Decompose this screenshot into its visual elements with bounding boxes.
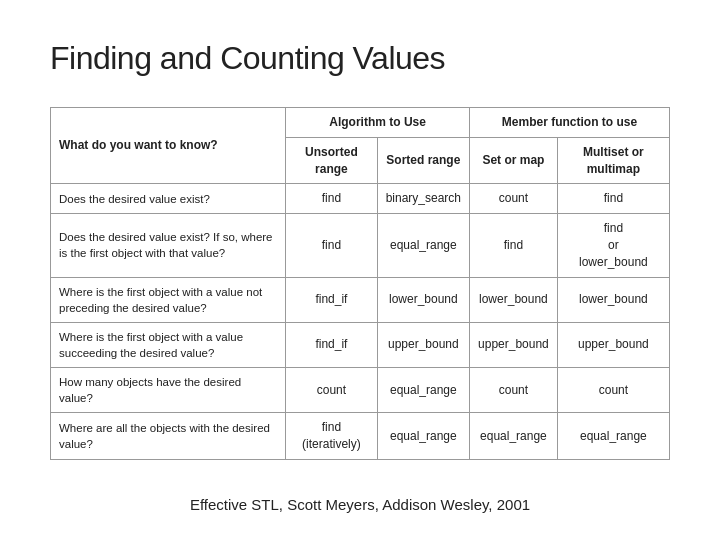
cell-sorted: equal_range: [377, 214, 469, 277]
cell-set_map: find: [470, 214, 558, 277]
cell-question: How many objects have the desired value?: [51, 367, 286, 412]
cell-question: Does the desired value exist? If so, whe…: [51, 214, 286, 277]
cell-sorted: equal_range: [377, 367, 469, 412]
cell-sorted: binary_search: [377, 184, 469, 214]
cell-unsorted: find (iteratively): [286, 413, 377, 460]
cell-set_map: count: [470, 184, 558, 214]
page-container: Finding and Counting Values What do you …: [0, 0, 720, 540]
cell-sorted: lower_bound: [377, 277, 469, 322]
cell-unsorted: find_if: [286, 322, 377, 367]
cell-question: Where is the first object with a value s…: [51, 322, 286, 367]
table-row: Where are all the objects with the desir…: [51, 413, 670, 460]
col-header-question: What do you want to know?: [51, 108, 286, 184]
table-row: Does the desired value exist? If so, whe…: [51, 214, 670, 277]
cell-set_map: equal_range: [470, 413, 558, 460]
page-title: Finding and Counting Values: [50, 40, 670, 77]
col-group-algorithm: Algorithm to Use: [286, 108, 470, 138]
cell-multiset: equal_range: [557, 413, 669, 460]
col-header-sorted: Sorted range: [377, 137, 469, 184]
table-body: Does the desired value exist?findbinary_…: [51, 184, 670, 459]
cell-question: Where are all the objects with the desir…: [51, 413, 286, 460]
col-group-member: Member function to use: [470, 108, 670, 138]
cell-question: Does the desired value exist?: [51, 184, 286, 214]
cell-multiset: count: [557, 367, 669, 412]
cell-multiset: upper_bound: [557, 322, 669, 367]
table-row: How many objects have the desired value?…: [51, 367, 670, 412]
table-row: Where is the first object with a value n…: [51, 277, 670, 322]
table-row: Where is the first object with a value s…: [51, 322, 670, 367]
cell-multiset: find: [557, 184, 669, 214]
cell-set_map: upper_bound: [470, 322, 558, 367]
col-header-multiset: Multiset or multimap: [557, 137, 669, 184]
main-table: What do you want to know? Algorithm to U…: [50, 107, 670, 460]
cell-set_map: lower_bound: [470, 277, 558, 322]
cell-set_map: count: [470, 367, 558, 412]
cell-unsorted: count: [286, 367, 377, 412]
footer-credit: Effective STL, Scott Meyers, Addison Wes…: [50, 496, 670, 513]
cell-multiset: find or lower_bound: [557, 214, 669, 277]
cell-sorted: equal_range: [377, 413, 469, 460]
table-row: Does the desired value exist?findbinary_…: [51, 184, 670, 214]
cell-unsorted: find_if: [286, 277, 377, 322]
col-header-unsorted: Unsorted range: [286, 137, 377, 184]
cell-sorted: upper_bound: [377, 322, 469, 367]
cell-question: Where is the first object with a value n…: [51, 277, 286, 322]
cell-multiset: lower_bound: [557, 277, 669, 322]
cell-unsorted: find: [286, 214, 377, 277]
cell-unsorted: find: [286, 184, 377, 214]
header-group-row: What do you want to know? Algorithm to U…: [51, 108, 670, 138]
col-header-set-map: Set or map: [470, 137, 558, 184]
